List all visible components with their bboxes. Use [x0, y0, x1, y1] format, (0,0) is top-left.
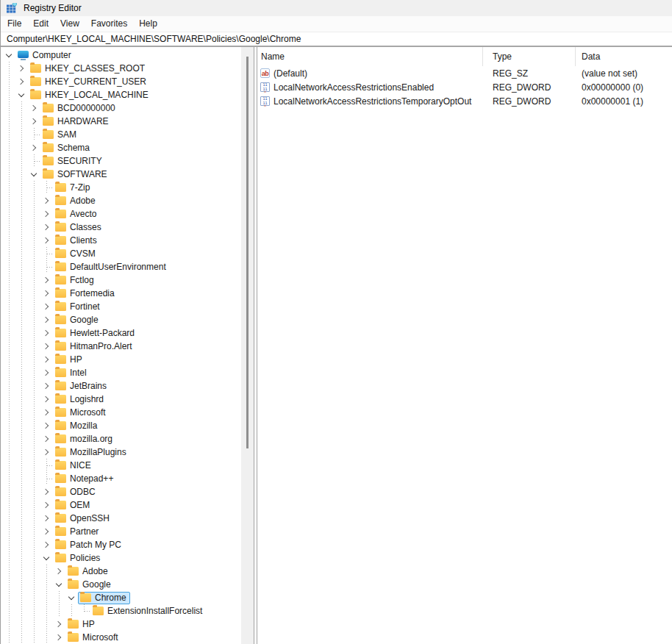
chevron-right-icon[interactable]	[53, 565, 65, 578]
chevron-right-icon[interactable]	[28, 101, 40, 115]
tree-node-adobe[interactable]: Adobe	[53, 195, 99, 207]
chevron-right-icon[interactable]	[40, 393, 53, 406]
tree-node-7-zip[interactable]: 7-Zip	[53, 182, 93, 194]
tree-node-hewlett-packard[interactable]: Hewlett-Packard	[53, 327, 138, 340]
chevron-right-icon[interactable]	[53, 631, 65, 644]
tree-node-hkey-classes-root[interactable]: HKEY_CLASSES_ROOT	[28, 62, 149, 75]
chevron-right-icon[interactable]	[15, 62, 28, 75]
tree-node-notepad[interactable]: Notepad++	[53, 473, 117, 485]
tree-node-mozillaplugins[interactable]: MozillaPlugins	[53, 446, 130, 459]
chevron-right-icon[interactable]	[40, 406, 53, 419]
tree-node-adobe[interactable]: Adobe	[65, 565, 112, 578]
tree-node-sam[interactable]: SAM	[40, 129, 80, 141]
column-header-type[interactable]: Type	[483, 47, 576, 66]
tree-node-mozilla-org[interactable]: mozilla.org	[53, 433, 116, 446]
chevron-right-icon[interactable]	[40, 485, 53, 498]
tree-scrollbar-thumb[interactable]	[246, 57, 249, 448]
registry-value-row[interactable]: 011110LocalNetworkAccessRestrictionsTemp…	[257, 94, 672, 108]
tree-node-fctlog[interactable]: Fctlog	[53, 274, 98, 287]
chevron-right-icon[interactable]	[40, 194, 53, 207]
chevron-right-icon[interactable]	[40, 221, 53, 234]
tree-node-software[interactable]: SOFTWARE	[40, 168, 111, 181]
chevron-right-icon[interactable]	[40, 207, 53, 221]
chevron-down-icon[interactable]	[3, 49, 15, 62]
tree-node-openssh[interactable]: OpenSSH	[53, 512, 113, 525]
chevron-right-icon[interactable]	[53, 618, 65, 631]
tree-node-hkey-current-user[interactable]: HKEY_CURRENT_USER	[28, 76, 150, 88]
chevron-right-icon[interactable]	[40, 525, 53, 538]
chevron-right-icon[interactable]	[40, 326, 53, 340]
menu-file[interactable]: File	[1, 17, 27, 31]
tree-node-defaultuserenvironment[interactable]: DefaultUserEnvironment	[53, 261, 170, 273]
tree-node-odbc[interactable]: ODBC	[53, 486, 99, 498]
chevron-right-icon[interactable]	[15, 75, 28, 88]
chevron-right-icon[interactable]	[40, 313, 53, 326]
tree-node-nice[interactable]: NICE	[53, 459, 95, 472]
chevron-down-icon[interactable]	[40, 551, 53, 565]
tree-node-mozilla[interactable]: Mozilla	[53, 420, 101, 432]
registry-value-row[interactable]: 011110LocalNetworkAccessRestrictionsEnab…	[257, 80, 672, 94]
tree-node-microsoft[interactable]: Microsoft	[65, 632, 122, 644]
tree-node-cvsm[interactable]: CVSM	[53, 248, 99, 260]
chevron-right-icon[interactable]	[28, 115, 40, 128]
tree-node-microsoft[interactable]: Microsoft	[53, 407, 110, 419]
chevron-right-icon[interactable]	[40, 512, 53, 525]
chevron-right-icon[interactable]	[40, 432, 53, 446]
tree-node-avecto[interactable]: Avecto	[53, 208, 100, 221]
tree-node-hitmanpro-alert[interactable]: HitmanPro.Alert	[53, 340, 136, 353]
menu-help[interactable]: Help	[133, 17, 163, 31]
tree-node-fortemedia[interactable]: Fortemedia	[53, 287, 118, 300]
column-header-name[interactable]: Name	[257, 47, 483, 66]
tree-node-patch-my-pc[interactable]: Patch My PC	[53, 539, 125, 551]
tree-node-clients[interactable]: Clients	[53, 235, 101, 247]
tree-node-oem[interactable]: OEM	[53, 499, 93, 512]
chevron-right-icon[interactable]	[40, 234, 53, 247]
tree-node-jetbrains[interactable]: JetBrains	[53, 380, 110, 393]
tree-guide-line	[28, 207, 40, 221]
chevron-right-icon[interactable]	[40, 340, 53, 353]
chevron-down-icon[interactable]	[65, 591, 78, 604]
tree-node-hkey-local-machine[interactable]: HKEY_LOCAL_MACHINE	[28, 89, 152, 101]
menu-edit[interactable]: Edit	[27, 17, 54, 31]
tree-node-fortinet[interactable]: Fortinet	[53, 301, 104, 313]
menu-favorites[interactable]: Favorites	[85, 17, 133, 31]
chevron-right-icon[interactable]	[40, 446, 53, 459]
tree-node-google[interactable]: Google	[53, 314, 102, 326]
tree-node-hp[interactable]: HP	[65, 618, 99, 631]
chevron-down-icon[interactable]	[53, 578, 65, 591]
tree-node-label: SECURITY	[57, 156, 102, 167]
chevron-right-icon[interactable]	[40, 353, 53, 366]
tree-node-hp[interactable]: HP	[53, 354, 86, 366]
tree-scrollbar[interactable]	[241, 47, 254, 644]
chevron-right-icon[interactable]	[40, 419, 53, 432]
tree-node-chrome[interactable]: Chrome	[78, 592, 130, 604]
chevron-right-icon[interactable]	[40, 366, 53, 379]
chevron-down-icon[interactable]	[28, 168, 40, 181]
chevron-right-icon[interactable]	[40, 498, 53, 512]
tree-node-security[interactable]: SECURITY	[40, 155, 106, 168]
tree-node-computer[interactable]: Computer	[15, 49, 75, 62]
tree-node-classes[interactable]: Classes	[53, 221, 105, 234]
tree-node-bcd00000000[interactable]: BCD00000000	[40, 102, 119, 115]
chevron-right-icon[interactable]	[28, 141, 40, 154]
chevron-right-icon[interactable]	[40, 538, 53, 551]
registry-value-row[interactable]: ab(Default)REG_SZ(value not set)	[257, 66, 672, 80]
chevron-right-icon[interactable]	[40, 300, 53, 313]
chevron-down-icon[interactable]	[15, 88, 28, 101]
chevron-right-icon[interactable]	[40, 379, 53, 393]
tree-node-intel[interactable]: Intel	[53, 367, 90, 379]
chevron-right-icon[interactable]	[40, 287, 53, 300]
tree-node-extensioninstallforcelist[interactable]: ExtensionInstallForcelist	[90, 605, 206, 618]
tree-node-google[interactable]: Google	[65, 579, 115, 591]
chevron-right-icon[interactable]	[40, 273, 53, 287]
title-bar[interactable]: Registry Editor	[1, 0, 672, 16]
tree-node-hardware[interactable]: HARDWARE	[40, 115, 112, 128]
tree-node-partner[interactable]: Partner	[53, 526, 102, 538]
tree-node-policies[interactable]: Policies	[53, 552, 104, 565]
menu-view[interactable]: View	[54, 17, 85, 31]
tree-node-logishrd[interactable]: Logishrd	[53, 393, 107, 406]
tree-node-schema[interactable]: Schema	[40, 142, 93, 154]
tree-connector	[28, 128, 40, 141]
address-bar[interactable]	[1, 33, 672, 46]
column-header-data[interactable]: Data	[576, 47, 672, 66]
